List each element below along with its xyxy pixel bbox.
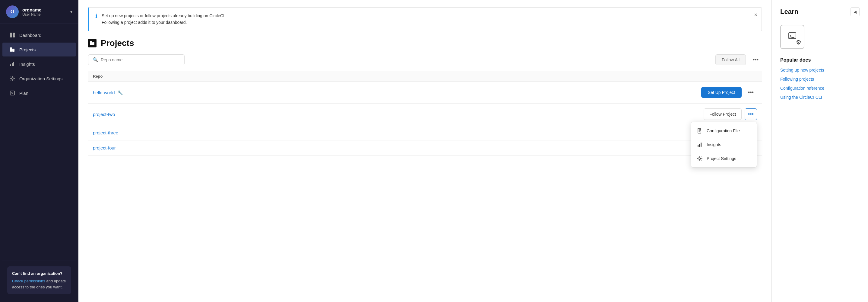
project-name-cell: hello-world 🔧 (88, 82, 342, 103)
sidebar-item-insights[interactable]: Insights (2, 57, 76, 71)
table-row: hello-world 🔧 Set Up Project ••• (88, 82, 762, 103)
doc-link-cli[interactable]: Using the CircleCI CLI (780, 95, 860, 100)
project-link-project-two[interactable]: project-two (93, 112, 115, 117)
cant-find-title: Can't find an organization? (12, 271, 66, 277)
org-avatar: O (6, 5, 19, 18)
search-input[interactable] (101, 57, 180, 62)
cant-find-section: Can't find an organization? Check permis… (2, 260, 76, 300)
project-link-project-four[interactable]: project-four (93, 145, 116, 150)
table-row: project-four (88, 140, 762, 155)
project-name-cell: project-three (88, 125, 342, 140)
svg-rect-12 (90, 41, 92, 45)
info-icon: ℹ (95, 13, 97, 19)
popular-docs-title: Popular docs (780, 57, 860, 63)
table-row: project-two Follow Project ••• (88, 103, 762, 125)
setup-project-button[interactable]: Set Up Project (701, 87, 742, 98)
svg-rect-14 (698, 128, 701, 133)
learn-title: Learn (780, 8, 798, 16)
toolbar: 🔍 Follow All ••• (88, 54, 762, 66)
row-more-container: ••• (745, 108, 757, 120)
dashboard-icon (9, 32, 16, 38)
repo-column-header: Repo (88, 71, 342, 82)
doc-link-config-ref[interactable]: Configuration reference (780, 86, 860, 90)
row-actions: Follow Project ••• (347, 108, 757, 120)
org-name: orgname (22, 7, 70, 12)
search-icon: 🔍 (93, 57, 98, 62)
main-content: ℹ Set up new projects or follow projects… (79, 0, 772, 302)
file-icon (696, 128, 703, 134)
svg-rect-3 (13, 35, 15, 37)
page-header: Projects (88, 38, 762, 48)
svg-rect-0 (10, 33, 12, 35)
sidebar-item-label: Organization Settings (19, 76, 62, 81)
svg-rect-8 (13, 62, 14, 66)
gear-icon (9, 75, 16, 82)
plan-icon: $ (9, 90, 16, 97)
project-actions-cell: Set Up Project ••• (342, 82, 762, 103)
insights-icon (9, 61, 16, 67)
actions-column-header (342, 71, 762, 82)
sidebar-item-label: Dashboard (19, 33, 41, 38)
org-switcher[interactable]: O orgname User Name ▾ (0, 0, 79, 24)
projects-icon (9, 46, 16, 53)
page-title: Projects (101, 38, 134, 48)
svg-rect-2 (10, 35, 12, 37)
right-panel: Learn ◀ _ ⚙ Popular docs Setting up new … (772, 0, 868, 302)
dropdown-item-project-settings[interactable]: Project Settings (691, 152, 757, 165)
info-banner: ℹ Set up new projects or follow projects… (88, 7, 762, 31)
sidebar-item-label: Insights (19, 62, 35, 67)
svg-rect-5 (12, 49, 14, 52)
projects-table: Repo hello-world 🔧 Set Up Project ••• (88, 71, 762, 156)
row-more-button-active[interactable]: ••• (745, 108, 757, 120)
project-link-hello-world[interactable]: hello-world (93, 90, 115, 95)
sidebar: O orgname User Name ▾ Dashboard (0, 0, 79, 302)
dropdown-item-config-file[interactable]: Configuration File (691, 124, 757, 138)
svg-rect-15 (698, 145, 699, 147)
doc-link-setting-up[interactable]: Setting up new projects (780, 67, 860, 73)
project-name-cell: project-four (88, 140, 342, 155)
toolbar-more-button[interactable]: ••• (749, 54, 762, 66)
sidebar-item-projects[interactable]: Projects (2, 43, 76, 56)
table-row: project-three (88, 125, 762, 140)
search-box[interactable]: 🔍 (88, 54, 185, 65)
follow-project-button[interactable]: Follow Project (704, 108, 742, 120)
sidebar-item-label: Plan (19, 90, 28, 96)
table-header-row: Repo (88, 71, 762, 82)
right-panel-header: Learn ◀ (780, 7, 860, 16)
insights-dropdown-icon (696, 141, 703, 148)
svg-rect-4 (10, 48, 12, 52)
dropdown-menu: Configuration File (691, 122, 757, 168)
svg-rect-7 (12, 63, 13, 66)
row-more-button[interactable]: ••• (745, 87, 757, 99)
project-link-project-three[interactable]: project-three (93, 130, 118, 135)
doc-link-following[interactable]: Following projects (780, 77, 860, 82)
svg-text:$: $ (11, 92, 13, 95)
sidebar-item-dashboard[interactable]: Dashboard (2, 28, 76, 42)
terminal-prompt-icon: _ (784, 29, 787, 36)
check-permissions-link[interactable]: Check permissions (12, 279, 45, 283)
follow-all-button[interactable]: Follow All (715, 54, 746, 65)
sidebar-nav: Dashboard Projects Insights (0, 24, 79, 258)
settings-dropdown-icon (696, 155, 703, 162)
org-info: orgname User Name (22, 7, 70, 17)
svg-rect-16 (699, 144, 700, 147)
svg-rect-17 (701, 142, 702, 147)
close-icon[interactable]: × (754, 12, 757, 18)
project-actions-cell: Follow Project ••• (342, 103, 762, 125)
row-actions: Set Up Project ••• (347, 87, 757, 99)
sidebar-item-label: Projects (19, 47, 36, 52)
project-name-cell: project-two (88, 103, 342, 125)
banner-line1: Set up new projects or follow projects a… (102, 13, 226, 18)
org-username: User Name (22, 12, 70, 17)
svg-rect-1 (13, 33, 15, 35)
gear-overlay-icon: ⚙ (796, 39, 801, 46)
panel-toggle-button[interactable]: ◀ (850, 7, 860, 16)
sidebar-item-org-settings[interactable]: Organization Settings (2, 72, 76, 85)
sidebar-item-plan[interactable]: $ Plan (2, 86, 76, 100)
wrench-icon: 🔧 (118, 90, 123, 95)
dropdown-item-label: Insights (707, 142, 721, 147)
dropdown-item-label: Project Settings (707, 156, 736, 161)
chevron-down-icon: ▾ (70, 9, 72, 14)
banner-text: Set up new projects or follow projects a… (102, 12, 226, 26)
dropdown-item-insights[interactable]: Insights (691, 138, 757, 152)
